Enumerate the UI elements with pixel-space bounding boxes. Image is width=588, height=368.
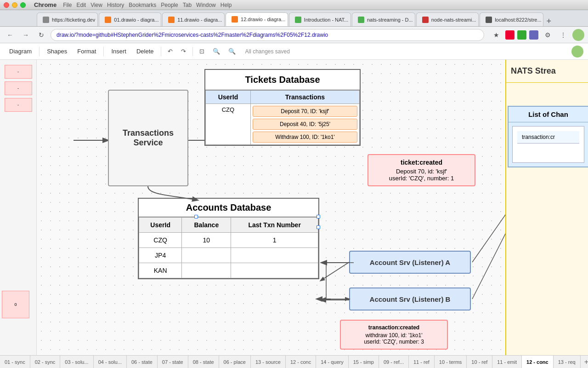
tab-label-node: node-nats-streami... <box>431 17 476 23</box>
profile-avatar[interactable] <box>572 29 584 41</box>
txn-created-line1: withdraw 100, id: '1ko1' <box>346 332 441 339</box>
add-tab-button[interactable]: + <box>581 358 588 366</box>
left-panel: - - - 0 <box>0 60 37 355</box>
sel-handle-right-mid[interactable] <box>317 225 320 229</box>
minimize-button[interactable] <box>12 2 17 8</box>
bottom-tab-14query[interactable]: 14 - query <box>316 356 349 368</box>
user-avatar[interactable] <box>571 46 583 58</box>
forward-button[interactable]: → <box>19 29 32 41</box>
url-bar[interactable]: draw.io/?mode=github#HStephenGrider%2Fmi… <box>51 29 484 41</box>
list-of-chan-title: List of Chan <box>509 107 588 122</box>
accounts-row-jp4: JP4 <box>139 248 318 263</box>
titlebar-menu-help[interactable]: Help <box>220 2 232 8</box>
bottom-tab-09ref[interactable]: 09 - ref... <box>379 356 409 368</box>
titlebar-menu-view[interactable]: View <box>90 2 102 8</box>
titlebar-menu-history[interactable]: History <box>107 2 124 8</box>
bottom-tab-10ref[interactable]: 10 - ref <box>467 356 492 368</box>
bottom-tab-12conc-1[interactable]: 12 - conc <box>286 356 316 368</box>
sel-handle-top-mid[interactable] <box>194 215 198 218</box>
tab-nats-intro[interactable]: Introduction - NAT... ✕ <box>289 12 351 26</box>
bottom-tab-10terms[interactable]: 10 - terms <box>435 356 467 368</box>
accounts-jp4-balance <box>182 248 231 263</box>
bottom-tab-11ref[interactable]: 11 - ref <box>409 356 435 368</box>
ext-icon-2[interactable] <box>517 30 526 40</box>
toolbar-sep-3 <box>161 47 161 56</box>
save-status: All changes saved <box>245 48 289 55</box>
diagram-menu[interactable]: Diagram <box>5 46 36 57</box>
bottom-tab-11emit[interactable]: 11 - emit <box>492 356 522 368</box>
shapes-button[interactable]: Shapes <box>42 46 72 57</box>
back-button[interactable]: ← <box>4 29 17 41</box>
accounts-db-container[interactable]: Accounts Database UserId Balance Last Tx… <box>138 198 319 279</box>
redo-button[interactable]: ↷ <box>177 46 190 57</box>
account-srv-a-box[interactable]: Account Srv (Listener) A <box>349 251 471 274</box>
titlebar-menu-tab[interactable]: Tab <box>183 2 192 8</box>
titlebar-menu-file[interactable]: File <box>63 2 72 8</box>
titlebar: Chrome File Edit View History Bookmarks … <box>0 0 588 10</box>
app-toolbar: Diagram Shapes Format Insert Delete ↶ ↷ … <box>0 43 588 60</box>
bookmark-icon[interactable]: ★ <box>490 29 503 41</box>
bottom-tab-03[interactable]: 03 - solu... <box>60 356 93 368</box>
ext-icon-1[interactable] <box>505 30 514 40</box>
bottom-tab-04[interactable]: 04 - solu... <box>94 356 127 368</box>
tab-ticketing[interactable]: https://ticketing.dev ✕ <box>37 12 98 26</box>
bottom-tab-07state[interactable]: 07 - state <box>158 356 188 368</box>
tab-label-nats2: nats-streaming - D... <box>367 17 413 23</box>
sel-handle-top-right[interactable] <box>317 215 320 218</box>
window-controls <box>4 2 26 8</box>
bottom-tab-13source[interactable]: 13 - source <box>251 356 286 368</box>
reload-button[interactable]: ↻ <box>35 29 48 41</box>
tab-drawio-1[interactable]: 01.drawio - diagra... ✕ <box>99 12 161 26</box>
tab-node-nats[interactable]: node-nats-streami... ✕ <box>416 12 479 26</box>
tab-drawio-11[interactable]: 11.drawio - diagra... ✕ <box>162 12 225 26</box>
maximize-button[interactable] <box>20 2 26 8</box>
tickets-db-container[interactable]: Tickets Database UserId Transactions CZQ… <box>204 69 361 146</box>
tab-nats-streaming[interactable]: nats-streaming - D... ✕ <box>352 12 415 26</box>
more-button[interactable]: ⋮ <box>557 29 570 41</box>
accounts-jp4-userid: JP4 <box>139 248 182 263</box>
accounts-db-title: Accounts Database <box>139 199 318 217</box>
titlebar-menu-window[interactable]: Window <box>196 2 216 8</box>
tab-favicon-nats <box>295 17 301 23</box>
account-srv-b-label: Account Srv (Listener) B <box>370 295 451 303</box>
ticket-created-line1: Deposit 70, id: 'ksjf' <box>374 168 469 175</box>
delete-button[interactable]: Delete <box>132 46 158 57</box>
diagram-canvas[interactable]: Transactions Service Tickets Database Us… <box>37 60 588 355</box>
undo-button[interactable]: ↶ <box>164 46 176 57</box>
bottom-tab-13req[interactable]: 13 - req <box>554 356 581 368</box>
accounts-col-lasttxn: Last Txn Number <box>231 218 318 233</box>
extensions-button[interactable]: ⚙ <box>541 29 554 41</box>
accounts-row-kan: KAN <box>139 263 318 278</box>
format-button[interactable]: Format <box>73 46 101 57</box>
titlebar-menu-edit[interactable]: Edit <box>76 2 86 8</box>
zoom-in-button[interactable]: 🔍 <box>225 46 239 57</box>
close-button[interactable] <box>4 2 9 8</box>
bottom-tab-15simp[interactable]: 15 - simp <box>349 356 379 368</box>
titlebar-menu-people[interactable]: People <box>161 2 178 8</box>
tab-localhost[interactable]: localhost:8222/stre... ✕ <box>480 12 543 26</box>
bottom-tab-01[interactable]: 01 - sync <box>0 356 30 368</box>
bottom-tab-12conc-active[interactable]: 12 - conc <box>522 356 554 368</box>
bottom-tab-08state[interactable]: 08 - state <box>188 356 219 368</box>
accounts-kan-lasttxn <box>231 263 318 278</box>
left-panel-item-3: - <box>5 98 32 112</box>
bottom-tab-02[interactable]: 02 - sync <box>30 356 61 368</box>
app-name: Chrome <box>34 1 57 8</box>
bottom-tab-06place[interactable]: 06 - place <box>219 356 251 368</box>
bottom-tab-06state[interactable]: 06 - state <box>127 356 158 368</box>
transactions-service-box[interactable]: Transactions Service <box>108 90 188 186</box>
insert-button[interactable]: Insert <box>107 46 131 57</box>
txn-item-3: Withdraw 100, ID: '1ko1' <box>253 132 357 143</box>
tab-favicon-nats2 <box>358 17 364 23</box>
new-tab-button[interactable]: + <box>546 17 551 26</box>
left-panel-item-1: - <box>5 65 32 79</box>
account-srv-b-box[interactable]: Account Srv (Listener) B <box>349 288 471 310</box>
fit-page-button[interactable]: ⊡ <box>196 46 208 57</box>
tab-drawio-12[interactable]: 12.drawio - diagra... ✕ <box>226 12 288 26</box>
titlebar-menu-bookmarks[interactable]: Bookmarks <box>129 2 156 8</box>
browser-actions: ★ ⚙ ⋮ <box>490 29 584 41</box>
toolbar-sep-4 <box>192 47 193 56</box>
ext-icon-3[interactable] <box>529 30 538 40</box>
tickets-db-table: UserId Transactions CZQ Deposit 70, ID: … <box>205 90 360 145</box>
zoom-out-button[interactable]: 🔍 <box>209 46 224 57</box>
